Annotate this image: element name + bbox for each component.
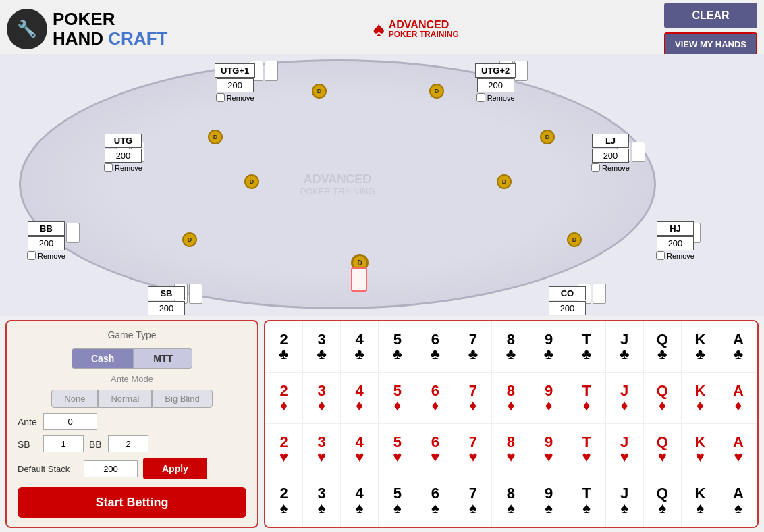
card-7hearts[interactable]: 7♥ (454, 424, 492, 475)
cash-button[interactable]: Cash (72, 348, 134, 369)
card-4hearts[interactable]: 4♥ (341, 424, 379, 475)
card-Thearts[interactable]: T♥ (568, 424, 606, 475)
utg2-stack-input[interactable] (477, 78, 514, 92)
card-6diamonds[interactable]: 6♦ (416, 373, 454, 423)
card-3diamonds[interactable]: 3♦ (303, 373, 341, 423)
card-6hearts[interactable]: 6♥ (416, 424, 454, 475)
card-9clubs[interactable]: 9♣ (530, 321, 568, 372)
card-5hearts[interactable]: 5♥ (379, 424, 416, 475)
card-5spades[interactable]: 5♠ (379, 475, 416, 527)
card-Qclubs[interactable]: Q♣ (644, 321, 682, 372)
card-8clubs[interactable]: 8♣ (492, 321, 530, 372)
card-4clubs[interactable]: 4♣ (341, 321, 379, 372)
card-rank-4spades: 4 (356, 486, 364, 501)
card-ph (514, 61, 528, 81)
ante-bigblind-button[interactable]: Big Blind (152, 390, 212, 408)
lj-remove-checkbox[interactable] (591, 163, 600, 172)
bb-remove-checkbox[interactable] (27, 251, 36, 260)
card-suit-hearts: ♥ (431, 450, 439, 464)
card-Tspades[interactable]: T♠ (568, 475, 606, 527)
card-rank-2diamonds: 2 (279, 383, 288, 398)
bb-remove-label[interactable]: Remove (27, 251, 65, 260)
ante-none-button[interactable]: None (51, 390, 98, 408)
hj-stack-input[interactable] (657, 236, 694, 250)
card-7spades[interactable]: 7♠ (454, 475, 492, 527)
card-6clubs[interactable]: 6♣ (416, 321, 454, 372)
card-Jspades[interactable]: J♠ (606, 475, 644, 527)
sb-stack-input[interactable] (148, 301, 185, 315)
card-Tclubs[interactable]: T♣ (568, 321, 606, 372)
utg-stack-input[interactable] (105, 149, 142, 163)
svg-text:🔧: 🔧 (17, 19, 37, 38)
card-4spades[interactable]: 4♠ (341, 475, 379, 527)
card-rank-6clubs: 6 (431, 332, 439, 347)
utg2-remove-label[interactable]: Remove (476, 93, 515, 102)
utg-remove-checkbox[interactable] (104, 163, 113, 172)
card-2spades[interactable]: 2♠ (265, 475, 303, 527)
card-4diamonds[interactable]: 4♦ (341, 373, 379, 423)
card-Qhearts[interactable]: Q♥ (644, 424, 682, 475)
clear-button[interactable]: CLEAR (664, 3, 757, 28)
card-8spades[interactable]: 8♠ (492, 475, 530, 527)
card-Ahearts[interactable]: A♥ (719, 424, 757, 475)
card-rank-8diamonds: 8 (507, 383, 515, 398)
player-utg1: UTG+1 Remove (215, 63, 255, 102)
card-Jclubs[interactable]: J♣ (606, 321, 644, 372)
card-8hearts[interactable]: 8♥ (492, 424, 530, 475)
utg-remove-label[interactable]: Remove (104, 163, 142, 172)
card-9spades[interactable]: 9♠ (530, 475, 568, 527)
card-5clubs[interactable]: 5♣ (379, 321, 416, 372)
ante-input[interactable] (43, 413, 97, 430)
utg2-remove-checkbox[interactable] (476, 93, 485, 102)
bb-input[interactable] (108, 435, 148, 452)
bb-stack-input[interactable] (28, 236, 65, 250)
lj-stack-input[interactable] (592, 149, 629, 163)
utg1-stack-input[interactable] (217, 78, 254, 92)
card-9hearts[interactable]: 9♥ (530, 424, 568, 475)
card-Adiamonds[interactable]: A♦ (719, 373, 757, 423)
view-my-hands-button[interactable]: VIEW MY HANDS (664, 32, 757, 56)
card-Kspades[interactable]: K♠ (682, 475, 719, 527)
default-stack-input[interactable] (84, 460, 138, 477)
card-7diamonds[interactable]: 7♦ (454, 373, 492, 423)
card-Qdiamonds[interactable]: Q♦ (644, 373, 682, 423)
card-Aclubs[interactable]: A♣ (719, 321, 757, 372)
card-3spades[interactable]: 3♠ (303, 475, 341, 527)
card-Qspades[interactable]: Q♠ (644, 475, 682, 527)
utg1-remove-label[interactable]: Remove (216, 93, 254, 102)
co-stack-input[interactable] (549, 301, 586, 315)
settings-panel: Game Type Cash MTT Ante Mode None Normal… (5, 320, 258, 528)
card-9diamonds[interactable]: 9♦ (530, 373, 568, 423)
mtt-button[interactable]: MTT (134, 348, 192, 369)
card-Tdiamonds[interactable]: T♦ (568, 373, 606, 423)
card-rank-Kdiamonds: K (694, 383, 705, 398)
lj-remove-label[interactable]: Remove (591, 163, 630, 172)
sb-label-settings: SB (18, 439, 38, 450)
card-2hearts[interactable]: 2♥ (265, 424, 303, 475)
card-2clubs[interactable]: 2♣ (265, 321, 303, 372)
card-Kdiamonds[interactable]: K♦ (682, 373, 719, 423)
card-7clubs[interactable]: 7♣ (454, 321, 492, 372)
card-Jdiamonds[interactable]: J♦ (606, 373, 644, 423)
apply-button[interactable]: Apply (143, 458, 207, 479)
ante-normal-button[interactable]: Normal (98, 390, 152, 408)
start-betting-button[interactable]: Start Betting (18, 487, 246, 518)
card-Kclubs[interactable]: K♣ (682, 321, 719, 372)
card-3hearts[interactable]: 3♥ (303, 424, 341, 475)
hj-remove-label[interactable]: Remove (656, 251, 694, 260)
card-5diamonds[interactable]: 5♦ (379, 373, 416, 423)
card-rank-Qdiamonds: Q (657, 383, 668, 398)
card-suit-spades: ♠ (318, 501, 326, 516)
utg1-remove-checkbox[interactable] (216, 93, 225, 102)
card-Jhearts[interactable]: J♥ (606, 424, 644, 475)
card-suit-spades: ♠ (545, 501, 553, 516)
player-utg2: UTG+2 Remove (475, 63, 516, 102)
card-3clubs[interactable]: 3♣ (303, 321, 341, 372)
card-6spades[interactable]: 6♠ (416, 475, 454, 527)
card-8diamonds[interactable]: 8♦ (492, 373, 530, 423)
sb-input[interactable] (43, 435, 84, 452)
card-Khearts[interactable]: K♥ (682, 424, 719, 475)
card-2diamonds[interactable]: 2♦ (265, 373, 303, 423)
hj-remove-checkbox[interactable] (656, 251, 665, 260)
card-Aspades[interactable]: A♠ (719, 475, 757, 527)
